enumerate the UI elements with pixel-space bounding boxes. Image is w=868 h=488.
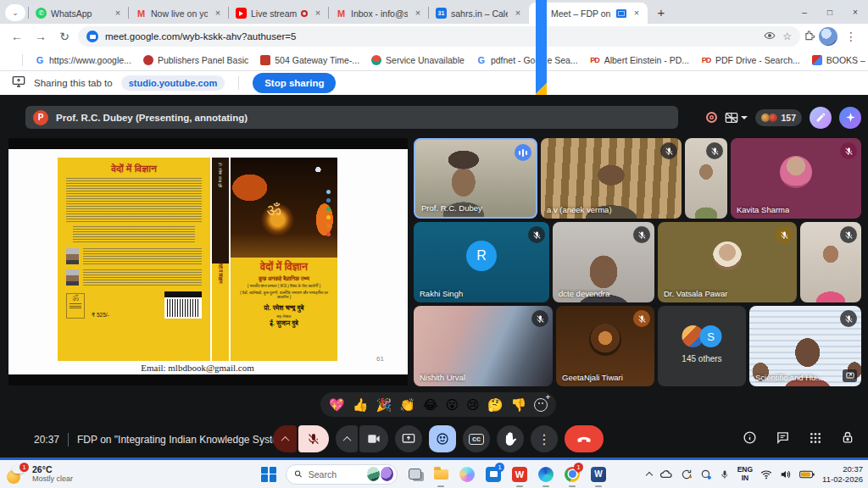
tile-geetanjali-tiwari[interactable]: GeetaNjali Tiwari	[556, 306, 654, 386]
close-window-button[interactable]: ×	[843, 8, 868, 17]
close-tab-icon[interactable]: ×	[631, 8, 643, 19]
stop-sharing-button[interactable]: Stop sharing	[253, 73, 336, 93]
extensions-icon[interactable]	[804, 30, 815, 44]
layout-dropdown[interactable]	[725, 112, 748, 124]
tile-rakhi-singh[interactable]: R Rakhi Singh	[414, 222, 549, 302]
search-input[interactable]	[307, 469, 363, 480]
close-tab-icon[interactable]: ×	[512, 8, 524, 19]
weather-widget[interactable]: 1 26°C Mostly clear	[7, 464, 73, 483]
tab-meet-active[interactable]: Meet – FDP on "Integr ×	[529, 3, 648, 24]
copilot-button[interactable]	[458, 465, 476, 484]
raise-hand-button[interactable]: ✋	[497, 425, 524, 452]
teams-meet-icon[interactable]	[700, 469, 712, 480]
captions-button[interactable]: cc	[463, 425, 490, 452]
annotate-pen-button[interactable]	[810, 107, 832, 129]
bookmark-books-csir[interactable]: BOOKS – CSIR-NET...	[812, 55, 868, 65]
tile-kavita-sharma[interactable]: Kavita Sharma	[731, 138, 861, 219]
reaction-surprise[interactable]: 😮	[445, 398, 459, 411]
update-sync-icon[interactable]	[681, 469, 693, 480]
reaction-thumbs-down[interactable]: 👎	[510, 398, 526, 411]
bookmark-pdf-drive[interactable]: PDPDF Drive - Search...	[701, 55, 800, 65]
tab-search-button[interactable]: ⌄	[5, 4, 25, 21]
start-button[interactable]	[259, 465, 278, 484]
tile-others-overflow[interactable]: S 145 others	[658, 306, 746, 386]
reaction-thumbs-up[interactable]: 👍	[353, 398, 369, 411]
new-tab-button[interactable]: +	[651, 2, 671, 22]
gemini-sparkle-button[interactable]	[839, 107, 861, 129]
google-icon: G	[35, 55, 45, 65]
taskbar-search[interactable]	[286, 464, 398, 485]
bookmark-star-icon[interactable]: ☆	[782, 30, 792, 42]
tile-prof-rc-dubey[interactable]: Prof. R.C. Dubey	[414, 138, 537, 219]
task-view-button[interactable]	[405, 465, 424, 484]
eye-icon[interactable]	[764, 30, 776, 44]
back-button[interactable]: ←	[7, 26, 27, 47]
reaction-party[interactable]: 🎉	[376, 398, 392, 411]
participants-count-pill[interactable]: 157	[755, 109, 802, 126]
more-options-button[interactable]: ⋮	[531, 425, 558, 452]
tray-clock[interactable]: 20:37 11-02-2026	[822, 464, 863, 484]
mic-off-button[interactable]	[298, 425, 329, 452]
edge-button[interactable]	[537, 465, 555, 484]
battery-icon[interactable]	[799, 470, 815, 479]
onedrive-icon[interactable]	[659, 469, 673, 480]
maximize-button[interactable]: □	[817, 8, 843, 17]
bookmark-publishers-panel[interactable]: Publishers Panel Basic	[143, 55, 248, 65]
profile-avatar[interactable]	[819, 27, 837, 46]
host-controls-lock-button[interactable]	[841, 430, 854, 448]
tab-live-streaming[interactable]: Live streaming - YouTu ×	[229, 3, 329, 24]
word-button[interactable]: W	[589, 465, 608, 484]
mic-options-chevron[interactable]	[273, 425, 297, 452]
volume-icon[interactable]	[780, 469, 792, 480]
bookmark-504[interactable]: 504 Gateway Time-...	[260, 55, 359, 65]
bookmark-google[interactable]: Ghttps://www.google...	[35, 55, 131, 65]
reaction-clap[interactable]: 👏	[399, 398, 415, 411]
reaction-cry[interactable]: 😢	[466, 398, 480, 411]
tab-groups-icon[interactable]	[8, 54, 10, 66]
tile-aneek-verma[interactable]: a v (aneek verma)	[541, 138, 682, 219]
tile-nishith-urval[interactable]: Nishith Urval	[414, 306, 553, 386]
tab-inbox[interactable]: M Inbox - info@sahrs.in - sah ×	[329, 3, 429, 24]
add-reaction-icon[interactable]	[534, 398, 548, 412]
tile-participant[interactable]	[800, 222, 861, 302]
tab-calendar[interactable]: 31 sahrs.in – Calendar - Wedn ×	[429, 3, 529, 24]
camera-button[interactable]	[359, 425, 388, 452]
tray-overflow-chevron[interactable]	[647, 470, 652, 478]
close-tab-icon[interactable]: ×	[212, 8, 224, 19]
browser-menu-icon[interactable]: ⋮	[841, 26, 861, 47]
reactions-button[interactable]	[429, 425, 456, 452]
reaction-heart[interactable]: 💖	[329, 398, 345, 411]
tile-scientific-and-hu[interactable]: Scientific and Hu...	[749, 306, 861, 386]
chrome-badge: 1	[574, 463, 583, 472]
forward-button[interactable]: →	[31, 26, 51, 47]
reaction-laugh[interactable]: 😂	[423, 398, 438, 411]
end-call-button[interactable]	[565, 425, 604, 452]
bookmark-einstein[interactable]: PDAlbert Einstein - PD...	[590, 55, 689, 65]
activities-grid-button[interactable]	[809, 431, 822, 448]
tab-now-live[interactable]: M Now live on your channel: ×	[129, 3, 229, 24]
bookmark-service-unavailable[interactable]: Service Unavailable	[371, 55, 465, 65]
camera-options-chevron[interactable]	[336, 425, 358, 452]
tile-dr-vatsala-pawar[interactable]: Dr. Vatsala Pawar	[658, 222, 797, 302]
close-tab-icon[interactable]: ×	[312, 8, 324, 19]
reaction-think[interactable]: 🤔	[487, 398, 504, 411]
tab-whatsapp[interactable]: ✆ WhatsApp ×	[29, 3, 129, 24]
wifi-icon[interactable]	[760, 469, 772, 480]
tile-dcte-devendra[interactable]: dcte devendra	[553, 222, 654, 302]
refresh-button[interactable]: ↻	[54, 26, 75, 47]
chrome-button[interactable]: 1	[563, 465, 581, 484]
file-explorer-button[interactable]	[431, 465, 450, 484]
wps-office-button[interactable]: W	[510, 465, 529, 484]
url-field[interactable]: meet.google.com/wyb-kskk-ahv?authuser=5 …	[78, 26, 800, 47]
close-tab-icon[interactable]: ×	[412, 8, 424, 19]
chat-button[interactable]	[776, 430, 790, 448]
language-indicator[interactable]: ENG IN	[737, 466, 753, 482]
tray-mic-icon[interactable]	[720, 469, 730, 480]
present-button[interactable]	[395, 425, 422, 452]
tile-participant[interactable]	[685, 138, 727, 219]
bookmark-pdfnet[interactable]: Gpdfnet - Google Sea...	[476, 55, 578, 65]
minimize-button[interactable]: –	[792, 8, 817, 17]
microsoft-store-button[interactable]: 1	[484, 465, 503, 484]
close-tab-icon[interactable]: ×	[112, 8, 124, 19]
info-button[interactable]	[743, 430, 757, 448]
